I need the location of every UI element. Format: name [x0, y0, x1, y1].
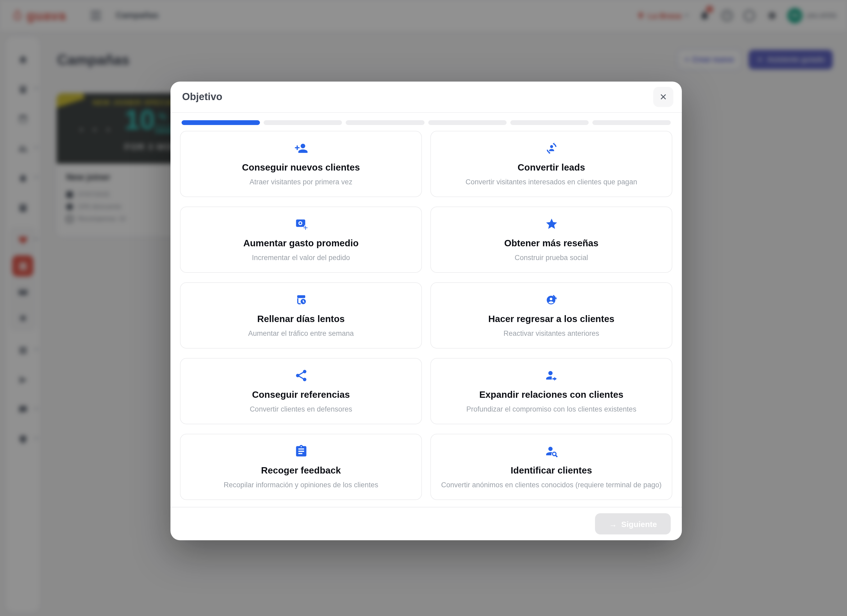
modal-footer: → Siguiente — [170, 507, 682, 540]
clipboard-icon — [294, 445, 308, 459]
person-search-icon — [544, 445, 558, 459]
option-subtitle: Reactivar visitantes anteriores — [503, 329, 599, 338]
objective-option-2[interactable]: Convertir leads Convertir visitantes int… — [430, 131, 672, 197]
option-subtitle: Aumentar el tráfico entre semana — [248, 329, 354, 338]
option-title: Hacer regresar a los clientes — [488, 314, 615, 324]
objective-option-10[interactable]: Identificar clientes Convertir anónimos … — [430, 434, 672, 500]
objective-option-4[interactable]: Obtener más reseñas Construir prueba soc… — [430, 207, 672, 273]
close-icon: ✕ — [660, 92, 667, 102]
progress-step-2 — [264, 120, 342, 125]
option-subtitle: Atraer visitantes por primera vez — [249, 178, 353, 186]
arrow-right-icon: → — [609, 519, 617, 528]
calendar-clock-icon — [294, 293, 308, 307]
option-title: Recoger feedback — [261, 465, 341, 476]
option-title: Convertir leads — [518, 162, 585, 173]
objective-modal: Objetivo ✕ Conseguir nuevos clientes Atr… — [170, 81, 682, 540]
person-add-icon — [294, 142, 308, 156]
option-subtitle: Convertir visitantes interesados en clie… — [466, 178, 637, 186]
share-icon — [294, 369, 308, 383]
person-refresh-icon — [544, 293, 558, 307]
objective-option-7[interactable]: Conseguir referencias Convertir clientes… — [180, 358, 422, 424]
star-blue-icon — [544, 217, 558, 232]
person-sync-icon — [544, 142, 558, 156]
option-title: Rellenar días lentos — [257, 314, 345, 324]
progress-step-1 — [182, 120, 260, 125]
modal-header: Objetivo ✕ — [170, 81, 682, 113]
option-subtitle: Incrementar el valor del pedido — [252, 254, 350, 262]
progress-step-5 — [510, 120, 589, 125]
modal-title: Objetivo — [182, 91, 222, 103]
option-title: Expandir relaciones con clientes — [480, 390, 624, 400]
person-arrow-icon — [544, 369, 558, 383]
option-subtitle: Convertir anónimos en clientes conocidos… — [441, 481, 662, 489]
option-title: Identificar clientes — [511, 465, 592, 476]
progress-step-3 — [346, 120, 424, 125]
option-subtitle: Construir prueba social — [515, 254, 588, 262]
objective-option-6[interactable]: Hacer regresar a los clientes Reactivar … — [430, 282, 672, 349]
option-title: Conseguir referencias — [252, 390, 350, 400]
objective-option-9[interactable]: Recoger feedback Recopilar información y… — [180, 434, 422, 500]
progress-step-4 — [428, 120, 506, 125]
progress-step-6 — [592, 120, 671, 125]
objective-option-1[interactable]: Conseguir nuevos clientes Atraer visitan… — [180, 131, 422, 197]
option-subtitle: Convertir clientes en defensores — [249, 405, 352, 414]
option-title: Obtener más reseñas — [504, 238, 598, 249]
objective-option-3[interactable]: Aumentar gasto promedio Incrementar el v… — [180, 207, 422, 273]
add-card-icon — [294, 217, 308, 232]
objective-option-8[interactable]: Expandir relaciones con clientes Profund… — [430, 358, 672, 424]
close-button[interactable]: ✕ — [653, 87, 673, 107]
screen: guava Campañas La Brasa 1 ? — [0, 0, 847, 616]
objective-option-5[interactable]: Rellenar días lentos Aumentar el tráfico… — [180, 282, 422, 349]
option-subtitle: Profundizar el compromiso con los client… — [466, 405, 636, 414]
next-button[interactable]: → Siguiente — [595, 513, 671, 535]
option-subtitle: Recopilar información y opiniones de los… — [224, 481, 378, 489]
option-title: Aumentar gasto promedio — [243, 238, 359, 249]
wizard-progress — [170, 113, 682, 125]
option-title: Conseguir nuevos clientes — [242, 162, 360, 173]
objective-options-grid: Conseguir nuevos clientes Atraer visitan… — [170, 125, 682, 500]
